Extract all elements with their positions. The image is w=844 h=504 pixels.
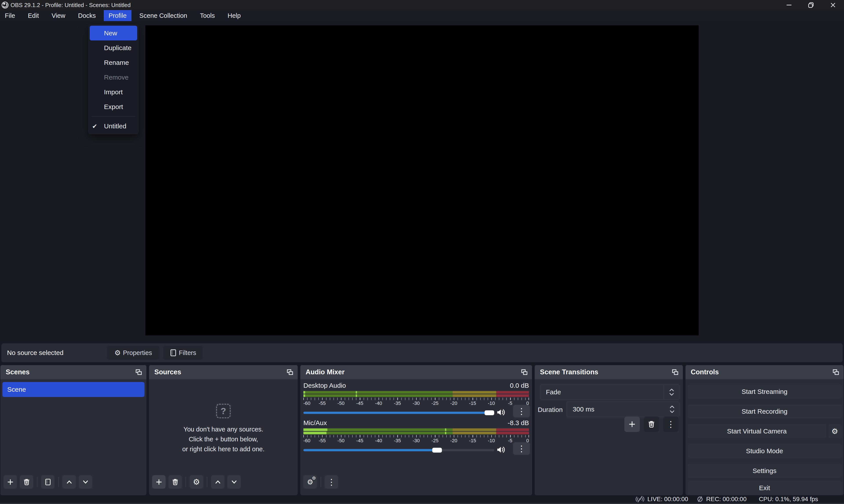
obs-logo-icon [1, 1, 9, 9]
chevron-up-icon [669, 389, 674, 392]
move-scene-up-button[interactable] [62, 475, 76, 489]
duration-spin-arrows[interactable] [665, 405, 679, 413]
speaker-icon[interactable] [497, 408, 506, 416]
profile-menu-untitled-label: Untitled [104, 122, 126, 130]
add-scene-button[interactable] [3, 475, 17, 489]
remove-source-button[interactable] [168, 475, 182, 489]
transition-selected-value: Fade [540, 389, 664, 396]
duration-label: Duration [538, 406, 562, 413]
volume-slider-handle[interactable] [485, 410, 494, 415]
chevron-down-icon [669, 410, 675, 413]
minimize-button[interactable] [778, 0, 800, 10]
trash-icon [648, 420, 655, 428]
virtual-camera-settings-button[interactable]: ⚙ [828, 425, 841, 438]
volume-slider[interactable] [303, 412, 494, 414]
toolbar-separator [207, 477, 207, 487]
exit-button[interactable]: Exit [688, 481, 841, 495]
window-bottom-edge [0, 503, 844, 504]
studio-mode-button[interactable]: Studio Mode [688, 444, 841, 458]
chevron-up-icon [214, 479, 221, 486]
properties-button[interactable]: ⚙ Properties [107, 346, 160, 360]
menu-file[interactable]: File [0, 10, 20, 21]
chevron-up-icon [669, 405, 675, 408]
audio-mixer-panel: Audio Mixer Desktop Audio 0.0 dB -60 -55… [300, 365, 532, 495]
remove-transition-button[interactable] [644, 416, 659, 432]
move-source-down-button[interactable] [227, 475, 241, 489]
remove-scene-button[interactable] [20, 475, 33, 489]
meter-tick-labels: -60 -55 -50 -45 -40 -35 -30 -25 -20 -15 … [303, 400, 529, 407]
start-recording-button[interactable]: Start Recording [688, 404, 841, 418]
menu-tools[interactable]: Tools [195, 10, 220, 21]
add-source-button[interactable] [152, 475, 165, 489]
source-properties-button[interactable]: ⚙ [190, 475, 203, 489]
filters-button[interactable]: Filters [163, 346, 203, 360]
scene-transitions-title: Scene Transitions [540, 368, 598, 376]
trash-icon [23, 479, 30, 486]
menu-separator [92, 116, 135, 116]
profile-menu-new[interactable]: New [90, 26, 137, 40]
profile-menu-untitled[interactable]: ✔ Untitled [89, 119, 138, 133]
menu-profile[interactable]: Profile [104, 10, 131, 21]
profile-menu-duplicate[interactable]: Duplicate [89, 40, 138, 55]
chevron-up-icon [66, 479, 73, 486]
window-title: OBS 29.1.2 - Profile: Untitled - Scenes:… [11, 2, 130, 8]
broadcast-disabled-icon [635, 496, 645, 503]
start-streaming-button[interactable]: Start Streaming [688, 385, 841, 398]
scene-list-item[interactable]: Scene [2, 382, 144, 397]
controls-panel-header[interactable]: Controls [685, 365, 844, 379]
settings-button[interactable]: Settings [688, 464, 841, 478]
volume-slider-handle[interactable] [432, 448, 442, 453]
transition-properties-button[interactable]: ⋮ [663, 416, 679, 432]
controls-title: Controls [691, 368, 719, 376]
scene-transitions-panel-header[interactable]: Scene Transitions [535, 365, 683, 379]
channel-name: Mic/Aux [303, 419, 327, 427]
scenes-panel-header[interactable]: Scenes [0, 365, 146, 379]
filters-label: Filters [179, 349, 196, 357]
channel-options-button[interactable]: ⋮ [513, 405, 530, 417]
popout-icon [832, 369, 839, 375]
advanced-audio-properties-button[interactable]: ⚙⚙ [303, 475, 317, 489]
scenes-footer-toolbar [3, 475, 92, 489]
profile-menu-export[interactable]: Export [89, 100, 138, 114]
gear-icon: ⚙ [114, 349, 121, 356]
menu-scene-collection[interactable]: Scene Collection [134, 10, 192, 21]
menu-docks[interactable]: Docks [73, 10, 101, 21]
menu-help[interactable]: Help [223, 10, 246, 21]
channel-db-value: -8.3 dB [508, 419, 529, 427]
duration-spinbox[interactable]: 300 ms [566, 401, 679, 417]
plus-icon [628, 420, 636, 428]
filter-icon [170, 349, 177, 357]
transition-buttons: ⋮ [624, 416, 679, 432]
sources-empty-state[interactable]: ? You don't have any sources. Click the … [149, 379, 298, 454]
close-button[interactable] [822, 0, 844, 10]
move-scene-down-button[interactable] [79, 475, 92, 489]
preview-canvas[interactable] [145, 25, 699, 336]
scene-filters-button[interactable] [41, 475, 55, 489]
move-source-up-button[interactable] [211, 475, 225, 489]
transition-select-arrows[interactable] [664, 385, 679, 400]
toolbar-separator [58, 477, 59, 487]
title-bar: OBS 29.1.2 - Profile: Untitled - Scenes:… [0, 0, 844, 10]
audio-mixer-panel-header[interactable]: Audio Mixer [300, 365, 532, 379]
volume-slider[interactable] [303, 449, 494, 451]
profile-menu-import[interactable]: Import [89, 85, 138, 100]
kebab-icon: ⋮ [517, 445, 526, 453]
start-virtual-camera-button[interactable]: Start Virtual Camera [688, 425, 826, 438]
cpu-fps-stats: CPU: 0.1%, 59.94 fps [759, 496, 818, 503]
popout-icon [672, 369, 679, 375]
sources-title: Sources [154, 368, 181, 376]
maximize-button[interactable] [800, 0, 822, 10]
speaker-icon[interactable] [497, 446, 506, 454]
profile-menu-rename[interactable]: Rename [89, 55, 138, 70]
kebab-icon: ⋮ [667, 420, 675, 428]
controls-panel: Controls Start Streaming Start Recording… [685, 365, 844, 495]
sources-panel-header[interactable]: Sources [149, 365, 298, 379]
mixer-options-button[interactable]: ⋮ [325, 475, 338, 489]
duration-value: 300 ms [567, 406, 665, 413]
channel-options-button[interactable]: ⋮ [513, 442, 530, 455]
add-transition-button[interactable] [624, 416, 640, 432]
menu-edit[interactable]: Edit [23, 10, 44, 21]
transition-select[interactable]: Fade [540, 384, 679, 400]
trash-icon [172, 479, 179, 486]
menu-view[interactable]: View [47, 10, 70, 21]
